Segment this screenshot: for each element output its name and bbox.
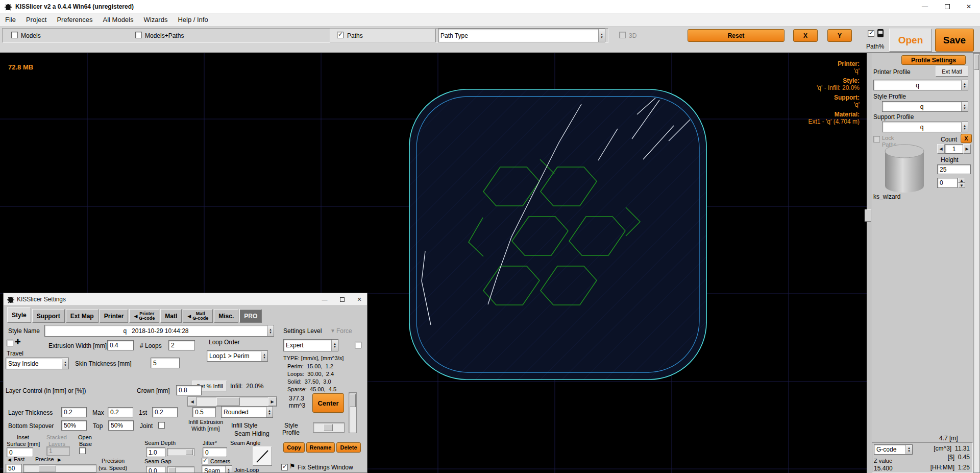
settings-title-bar[interactable]: KISSlicer Settings — ✕ [4, 293, 367, 305]
rename-button[interactable]: Rename [306, 442, 335, 453]
delete-button[interactable]: Delete [336, 442, 361, 453]
settings-level-dropdown[interactable]: Expert ▲▼ [283, 339, 338, 351]
infill-style-dropdown[interactable]: Rounded ▲▼ [221, 406, 273, 418]
seam-mode-dropdown[interactable]: Seam ▲▼ [202, 465, 232, 473]
panel-splitter[interactable] [867, 53, 871, 473]
seam-angle-button[interactable] [253, 446, 272, 466]
crown-field[interactable]: 0.8 [176, 385, 202, 395]
dropdown-arrows-icon[interactable]: ▲▼ [261, 351, 267, 361]
layer-thickness-field[interactable]: 0.2 [61, 407, 87, 417]
first-layer-field[interactable]: 0.2 [152, 407, 178, 417]
path-pct-slider[interactable] [973, 53, 980, 473]
save-button[interactable]: Save [935, 29, 974, 52]
menu-all-models[interactable]: All Models [98, 16, 139, 23]
dropdown-arrows-icon[interactable]: ▲▼ [266, 407, 273, 417]
dropdown-arrows-icon[interactable]: ▲▼ [961, 102, 968, 111]
tab-printer[interactable]: Printer [100, 309, 129, 323]
center-slider-thumb[interactable] [350, 394, 356, 407]
dropdown-arrows-icon[interactable]: ▲▼ [598, 29, 605, 42]
precision-slider[interactable] [23, 464, 96, 472]
tab-ext-map[interactable]: Ext Map [66, 309, 99, 323]
maximize-button[interactable] [936, 0, 959, 13]
dropdown-arrows-icon[interactable]: ▲▼ [267, 325, 274, 336]
infill-slider-left-button[interactable]: ◀ [188, 397, 197, 406]
panel-close-button[interactable]: X [961, 134, 972, 143]
infill-slider[interactable]: ◀ ▶ [187, 396, 277, 407]
skin-thickness-field[interactable]: 5 [151, 358, 180, 368]
menu-file[interactable]: File [0, 16, 21, 23]
dropdown-arrows-icon[interactable]: ▲▼ [961, 122, 968, 132]
center-slider[interactable] [349, 392, 357, 433]
tab-pro[interactable]: PRO [239, 309, 262, 323]
models-paths-checkbox[interactable] [135, 32, 142, 38]
style-lock-checkbox[interactable] [7, 340, 13, 346]
add-style-icon[interactable]: ✚ [15, 338, 21, 346]
dropdown-arrows-icon[interactable]: ▲▼ [961, 80, 968, 90]
style-profile-dropdown[interactable]: q ▲▼ [882, 101, 968, 112]
open-base-checkbox[interactable] [79, 447, 86, 454]
count-field[interactable]: 1 [945, 144, 963, 154]
models-checkbox[interactable] [11, 32, 18, 38]
settings-minimize-button[interactable]: — [317, 293, 332, 305]
seam-gap-slider[interactable] [167, 466, 194, 473]
style-name-dropdown[interactable]: q 2018-10-29 10:44:28 ▲▼ [44, 325, 274, 337]
splitter-handle[interactable] [865, 209, 871, 222]
tab-style[interactable]: Style [7, 307, 31, 323]
paths-checkbox[interactable] [337, 32, 344, 38]
seam-depth-field[interactable]: 1.0 [146, 447, 165, 457]
path-pct-slider-thumb[interactable] [974, 55, 979, 70]
tab-matl-gcode[interactable]: ◀ MatlG-code [183, 309, 213, 323]
menu-wizards[interactable]: Wizards [138, 16, 173, 23]
menu-preferences[interactable]: Preferences [52, 16, 97, 23]
ext-matl-button[interactable]: Ext Matl [936, 66, 968, 77]
infill-extrusion-width-field[interactable]: 0.5 [192, 407, 216, 417]
count-increment-button[interactable]: ▶ [963, 144, 971, 154]
joint-checkbox[interactable] [158, 422, 165, 429]
settings-close-button[interactable]: ✕ [352, 293, 367, 305]
profile-settings-header[interactable]: Profile Settings [901, 55, 966, 65]
path-pct-checkbox[interactable] [868, 30, 874, 37]
top-stepover-field[interactable]: 50% [108, 420, 134, 431]
rotation-up-button[interactable]: ▲ [958, 178, 965, 183]
printer-profile-dropdown[interactable]: q ▲▼ [873, 80, 968, 90]
center-button[interactable]: Center [312, 393, 344, 413]
bottom-stepover-field[interactable]: 50% [61, 420, 87, 431]
jitter-field[interactable]: 0 [203, 447, 227, 457]
menu-project[interactable]: Project [21, 16, 52, 23]
seam-gap-slider-thumb[interactable] [168, 467, 176, 473]
seam-depth-slider-thumb[interactable] [186, 449, 193, 455]
dropdown-arrows-icon[interactable]: ▲▼ [331, 340, 338, 351]
title-bar[interactable]: KISSlicer v2 a 0.4.4 Win64 (unregistered… [0, 0, 980, 13]
style-profile-slider[interactable] [313, 422, 345, 433]
seam-depth-slider[interactable] [167, 448, 194, 456]
precision-slider-thumb[interactable] [39, 465, 56, 471]
tab-printer-gcode[interactable]: ◀ PrinterG-code [129, 309, 159, 323]
count-decrement-button[interactable]: ◀ [937, 144, 945, 154]
travel-dropdown[interactable]: Stay Inside ▲▼ [6, 358, 69, 369]
tab-matl[interactable]: Matl [160, 309, 182, 323]
open-button[interactable]: Open [889, 29, 932, 52]
max-thickness-field[interactable]: 0.2 [108, 407, 133, 417]
menu-help-info[interactable]: Help / Info [173, 16, 213, 23]
infill-slider-thumb[interactable] [216, 397, 240, 406]
x-axis-button[interactable]: X [793, 29, 818, 42]
y-axis-button[interactable]: Y [827, 29, 852, 42]
infill-slider-right-button[interactable]: ▶ [268, 397, 277, 406]
tab-misc[interactable]: Misc. [214, 309, 238, 323]
rotation-field[interactable]: 0 [937, 178, 958, 188]
copy-button[interactable]: Copy [283, 442, 305, 453]
gcode-dropdown[interactable]: G-code ▲▼ [874, 444, 913, 455]
precision-field[interactable]: 50 [6, 464, 22, 473]
num-loops-field[interactable]: 2 [168, 340, 195, 350]
settings-level-checkbox[interactable] [355, 342, 361, 348]
corners-checkbox[interactable] [202, 458, 208, 464]
paths-mode-segment[interactable] [330, 29, 436, 42]
tab-support[interactable]: Support [32, 309, 65, 323]
reset-button[interactable]: Reset [688, 29, 785, 42]
dropdown-arrows-icon[interactable]: ▲▼ [905, 445, 912, 454]
minimize-button[interactable]: — [914, 0, 936, 13]
dropdown-arrows-icon[interactable]: ▲▼ [62, 358, 68, 369]
rotation-down-button[interactable]: ▼ [958, 183, 965, 188]
path-type-dropdown[interactable]: Path Type ▲▼ [438, 29, 605, 42]
height-field[interactable]: 25 [937, 164, 971, 174]
